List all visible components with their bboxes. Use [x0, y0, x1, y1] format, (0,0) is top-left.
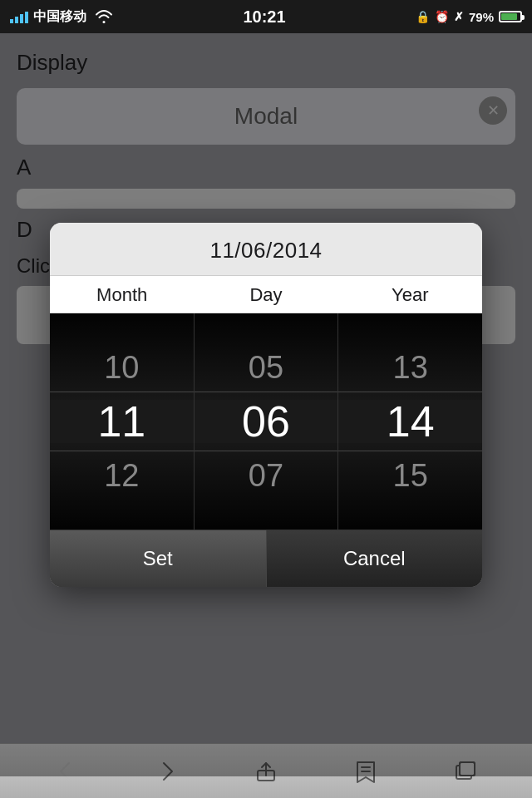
date-picker-modal: 11/06/2014 Month Day Year 10 11 12	[50, 223, 482, 587]
time-display: 10:21	[243, 7, 285, 27]
day-item-next: 07	[195, 449, 338, 503]
year-item-next: 15	[338, 449, 482, 503]
wifi-icon	[95, 10, 113, 23]
month-items: 10 11 12	[50, 313, 194, 530]
status-right: 🔒 ⏰ ✗ 79%	[416, 10, 522, 24]
month-item-selected: 11	[50, 395, 194, 449]
day-picker-column[interactable]: 05 06 07	[195, 313, 339, 530]
month-item-next: 12	[50, 449, 194, 503]
year-picker-column[interactable]: 13 14 15	[338, 313, 482, 530]
day-items: 05 06 07	[195, 313, 338, 530]
year-item-selected: 14	[338, 395, 482, 449]
month-picker-column[interactable]: 10 11 12	[50, 313, 195, 530]
signal-icon	[10, 10, 28, 23]
battery-label: 79%	[469, 10, 494, 24]
carrier-label: 中国移动	[33, 8, 86, 26]
status-bar: 中国移动 10:21 🔒 ⏰ ✗ 79%	[0, 0, 532, 33]
status-left: 中国移动	[10, 8, 113, 26]
year-items: 13 14 15	[338, 313, 482, 530]
picker-column-headers: Month Day Year	[50, 276, 482, 313]
modal-date-display: 11/06/2014	[209, 238, 322, 263]
battery-icon	[499, 11, 522, 22]
month-item-prev: 10	[50, 341, 194, 395]
modal-overlay: 11/06/2014 Month Day Year 10 11 12	[0, 33, 532, 776]
alarm-icon: ⏰	[435, 10, 449, 23]
bluetooth-icon: ✗	[454, 10, 464, 23]
cancel-button[interactable]: Cancel	[267, 530, 483, 587]
month-header: Month	[50, 284, 194, 306]
modal-header: 11/06/2014	[50, 223, 482, 276]
year-header: Year	[338, 284, 482, 306]
picker-drum[interactable]: 10 11 12 05 06 07	[50, 313, 482, 530]
set-button[interactable]: Set	[50, 530, 267, 587]
page-background: Display Modal ✕ A D Click here to try 11…	[0, 33, 532, 743]
modal-buttons: Set Cancel	[50, 530, 482, 587]
day-item-prev: 05	[195, 341, 338, 395]
day-item-selected: 06	[195, 395, 338, 449]
lock-icon: 🔒	[416, 10, 430, 23]
day-header: Day	[194, 284, 337, 306]
year-item-prev: 13	[338, 341, 482, 395]
